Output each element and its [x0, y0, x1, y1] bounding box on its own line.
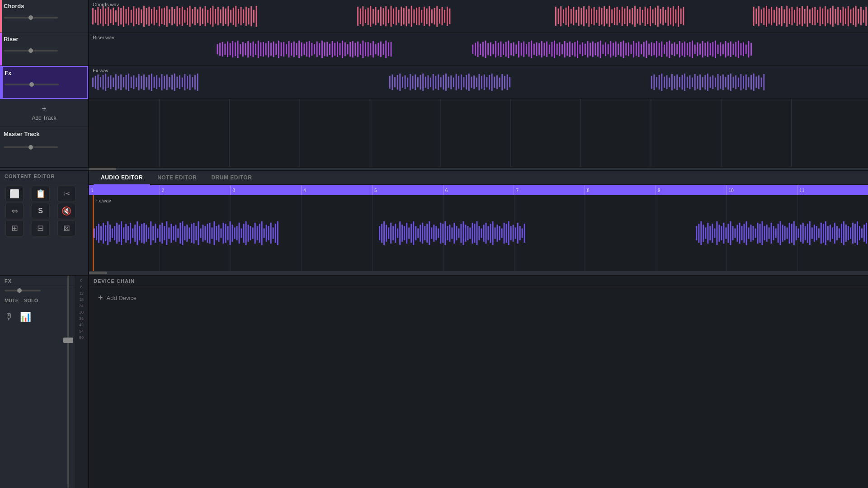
tab-audio-editor[interactable]: AUDIO EDITOR: [94, 171, 150, 185]
svg-rect-218: [268, 41, 269, 57]
svg-rect-461: [496, 75, 498, 89]
fx-mic-icon[interactable]: 🎙: [5, 312, 14, 322]
db-12: 12: [79, 291, 84, 296]
svg-rect-50: [220, 9, 222, 23]
svg-rect-163: [778, 8, 780, 24]
track-volume-chords[interactable]: [4, 17, 58, 19]
tool-grid1[interactable]: ⊞: [5, 220, 24, 236]
tab-note-editor[interactable]: NOTE EDITOR: [150, 171, 204, 185]
track-item-riser[interactable]: Riser: [0, 33, 88, 66]
svg-rect-226: [288, 41, 290, 57]
audio-scroll-thumb[interactable]: [89, 272, 107, 274]
tool-stretch[interactable]: ⇔: [5, 203, 24, 219]
svg-rect-589: [223, 223, 224, 244]
tool-mute[interactable]: 🔇: [57, 203, 75, 219]
fx-volume-slider[interactable]: [5, 290, 41, 291]
track-slider-row-riser: [4, 50, 85, 52]
svg-rect-380: [100, 77, 101, 88]
fx-solo-btn[interactable]: SOLO: [24, 297, 38, 304]
svg-rect-114: [586, 9, 587, 23]
svg-rect-298: [552, 42, 553, 57]
timeline-scroll-thumb[interactable]: [89, 168, 116, 170]
svg-rect-9: [115, 10, 117, 23]
tool-grid3[interactable]: ⊠: [57, 220, 75, 236]
svg-rect-626: [406, 223, 407, 244]
svg-rect-184: [832, 6, 834, 27]
tool-cut[interactable]: ✂: [57, 186, 75, 202]
svg-rect-747: [850, 227, 851, 239]
svg-rect-422: [397, 75, 398, 90]
svg-rect-630: [415, 226, 416, 240]
svg-rect-74: [380, 7, 382, 26]
v-fader[interactable]: [67, 276, 69, 488]
svg-rect-102: [555, 7, 557, 26]
master-track[interactable]: Master Track: [0, 127, 88, 152]
svg-rect-705: [755, 229, 756, 238]
audio-scrollbar[interactable]: [89, 271, 868, 275]
fx-mute-btn[interactable]: MUTE: [5, 297, 19, 304]
svg-rect-647: [453, 223, 455, 244]
track-item-fx[interactable]: Fx: [0, 66, 88, 99]
svg-rect-551: [137, 221, 138, 245]
svg-rect-349: [682, 43, 683, 56]
tool-copy[interactable]: 📋: [32, 186, 50, 202]
svg-rect-411: [179, 75, 180, 89]
svg-rect-413: [184, 74, 185, 90]
svg-rect-425: [405, 75, 406, 89]
svg-rect-455: [481, 76, 482, 89]
svg-rect-741: [836, 226, 838, 240]
svg-rect-694: [730, 221, 731, 245]
timeline-scrollbar[interactable]: [0, 167, 868, 171]
svg-rect-419: [389, 76, 391, 89]
svg-rect-229: [296, 43, 297, 56]
svg-rect-542: [116, 223, 118, 244]
svg-rect-429: [415, 75, 416, 90]
svg-rect-233: [306, 42, 307, 57]
svg-rect-560: [157, 229, 158, 238]
track-volume-fx[interactable]: [5, 84, 59, 85]
svg-rect-706: [757, 223, 759, 244]
svg-rect-61: [248, 8, 250, 24]
svg-rect-347: [676, 44, 678, 55]
svg-rect-228: [293, 42, 295, 57]
track-list: Chords Riser Fx + Add Track: [0, 0, 89, 167]
svg-rect-406: [166, 75, 168, 90]
db-0: 0: [80, 278, 82, 283]
svg-rect-438: [438, 75, 439, 90]
svg-rect-650: [460, 224, 462, 243]
svg-rect-324: [618, 44, 619, 55]
tool-s[interactable]: S: [32, 203, 50, 219]
svg-rect-619: [390, 223, 392, 244]
svg-rect-16: [133, 6, 134, 26]
wav-label-fx: Fx.wav: [93, 68, 108, 73]
svg-rect-213: [255, 44, 256, 55]
track-color-bar-chords: [0, 0, 2, 33]
fx-eq-icon[interactable]: 📊: [20, 311, 31, 322]
svg-rect-135: [639, 7, 641, 25]
add-track-button[interactable]: + Add Track: [0, 99, 88, 127]
svg-rect-719: [787, 227, 788, 239]
master-volume-slider[interactable]: [4, 146, 58, 148]
svg-rect-355: [697, 42, 698, 56]
tool-grid2[interactable]: ⊟: [32, 220, 50, 236]
svg-rect-605: [259, 224, 260, 243]
svg-rect-549: [132, 229, 133, 238]
db-24: 24: [79, 304, 84, 308]
svg-rect-133: [634, 6, 636, 27]
track-item-chords[interactable]: Chords: [0, 0, 88, 33]
svg-rect-394: [136, 78, 137, 87]
tool-select[interactable]: ⬜: [5, 186, 24, 202]
svg-rect-480: [684, 74, 685, 91]
svg-rect-375: [748, 41, 749, 57]
svg-rect-38: [189, 6, 191, 27]
tab-drum-editor[interactable]: DRUM EDITOR: [204, 171, 259, 185]
svg-rect-40: [194, 7, 196, 25]
svg-rect-242: [329, 44, 330, 55]
svg-rect-49: [217, 7, 219, 25]
add-device-button[interactable]: + Add Device: [89, 286, 868, 310]
audio-waveform-canvas[interactable]: Fx.wav: [89, 195, 868, 271]
track-volume-riser[interactable]: [4, 50, 58, 52]
svg-rect-42: [199, 7, 201, 26]
track-slider-row-fx: [5, 84, 84, 85]
svg-rect-696: [734, 229, 736, 238]
